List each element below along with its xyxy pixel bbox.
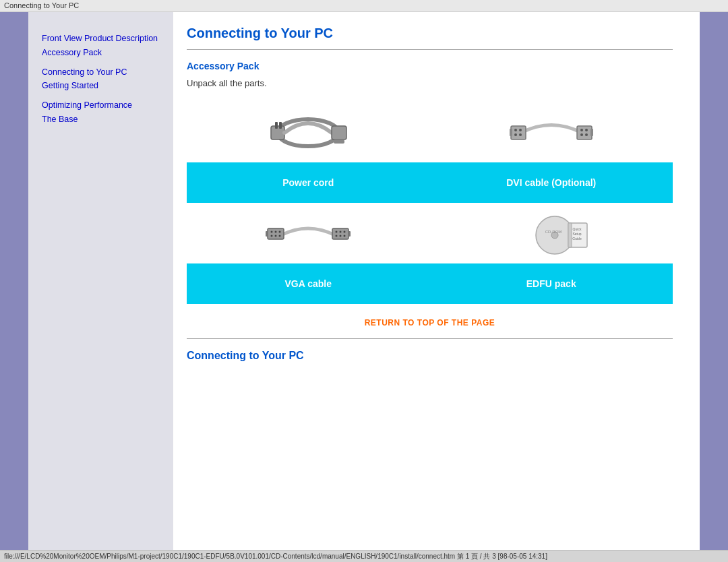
svg-point-8 <box>519 129 522 131</box>
svg-point-19 <box>271 230 273 232</box>
edfu-pack-image: CD-ROM Quick Setup Guide <box>501 203 602 263</box>
power-cord-image <box>257 102 359 162</box>
svg-rect-18 <box>268 228 284 239</box>
power-cord-icon <box>264 107 352 158</box>
vga-cable-label: VGA cable <box>187 263 430 304</box>
edfu-pack-label: EDFU pack <box>430 263 673 304</box>
left-decorative-panel <box>0 12 28 550</box>
accessory-cell-dvi: DVI cable (Optional) <box>430 102 673 203</box>
sidebar-item-optimizing[interactable]: Optimizing Performance <box>42 99 163 112</box>
svg-rect-5 <box>334 139 344 144</box>
svg-text:CD-ROM: CD-ROM <box>545 230 562 234</box>
sidebar-group-3: Optimizing Performance The Base <box>42 99 163 126</box>
svg-rect-17 <box>590 129 593 136</box>
svg-rect-25 <box>266 231 268 237</box>
svg-rect-3 <box>279 122 282 129</box>
svg-point-22 <box>271 235 273 237</box>
svg-point-9 <box>514 133 517 136</box>
dvi-cable-image <box>501 102 602 162</box>
svg-rect-6 <box>511 126 526 139</box>
dvi-cable-icon <box>508 107 595 158</box>
accessory-cell-vga: VGA cable <box>187 203 430 304</box>
top-divider <box>187 49 673 50</box>
svg-rect-38 <box>568 223 572 247</box>
svg-point-30 <box>336 235 338 237</box>
svg-point-13 <box>580 129 583 131</box>
svg-point-20 <box>275 230 277 232</box>
section-description: Unpack all the parts. <box>187 78 673 88</box>
sidebar-item-accessory-pack[interactable]: Accessory Pack <box>42 46 163 59</box>
svg-text:Guide: Guide <box>572 237 582 241</box>
sidebar: Front View Product Description Accessory… <box>28 12 173 550</box>
edfu-pack-icon: CD-ROM Quick Setup Guide <box>508 208 595 259</box>
svg-text:Setup: Setup <box>572 232 581 236</box>
svg-point-23 <box>275 235 277 237</box>
section-title-accessory: Accessory Pack <box>187 61 673 71</box>
accessory-cell-power-cord: Power cord <box>187 102 430 203</box>
right-decorative-panel <box>700 12 728 550</box>
svg-point-29 <box>344 230 346 232</box>
status-bar: file:///E/LCD%20Monitor%20OEM/Philips/M1… <box>0 550 728 562</box>
svg-point-24 <box>279 235 281 237</box>
accessory-grid: Power cord <box>187 102 673 304</box>
svg-point-27 <box>336 230 338 232</box>
svg-point-7 <box>514 129 517 131</box>
sidebar-item-getting-started[interactable]: Getting Started <box>42 80 163 92</box>
svg-rect-26 <box>332 228 348 239</box>
sidebar-group-1: Front View Product Description Accessory… <box>42 32 163 59</box>
title-bar-text: Connecting to Your PC <box>4 1 79 9</box>
svg-point-31 <box>340 235 342 237</box>
sidebar-item-front-view[interactable]: Front View Product Description <box>42 32 163 45</box>
dvi-cable-label: DVI cable (Optional) <box>430 162 673 203</box>
svg-point-28 <box>340 230 342 232</box>
svg-point-16 <box>585 133 588 136</box>
power-cord-label: Power cord <box>187 162 430 203</box>
title-bar: Connecting to Your PC <box>0 0 728 12</box>
page-title: Connecting to Your PC <box>187 26 673 41</box>
svg-rect-12 <box>577 126 592 139</box>
svg-point-32 <box>344 235 346 237</box>
svg-rect-4 <box>332 126 346 139</box>
sidebar-item-the-base[interactable]: The Base <box>42 113 163 126</box>
svg-point-10 <box>519 133 522 136</box>
sidebar-group-2: Connecting to Your PC Getting Started <box>42 66 163 93</box>
svg-rect-33 <box>348 231 351 237</box>
content-area: Connecting to Your PC Accessory Pack Unp… <box>173 12 700 550</box>
svg-point-14 <box>585 129 588 131</box>
accessory-cell-edfu: CD-ROM Quick Setup Guide EDFU pack <box>430 203 673 304</box>
sidebar-item-connecting[interactable]: Connecting to Your PC <box>42 66 163 79</box>
svg-point-15 <box>580 133 583 136</box>
return-to-top[interactable]: RETURN TO TOP OF THE PAGE <box>187 317 673 327</box>
svg-point-21 <box>279 230 281 232</box>
vga-cable-icon <box>264 208 352 259</box>
return-link[interactable]: RETURN TO TOP OF THE PAGE <box>365 318 495 327</box>
svg-text:Quick: Quick <box>572 227 581 231</box>
vga-cable-image <box>257 203 359 263</box>
svg-rect-11 <box>510 129 512 136</box>
status-bar-text: file:///E/LCD%20Monitor%20OEM/Philips/M1… <box>4 553 547 560</box>
svg-rect-2 <box>275 122 278 129</box>
content-inner: Connecting to Your PC Accessory Pack Unp… <box>173 12 700 550</box>
bottom-divider <box>187 338 673 339</box>
connecting-to-pc-title: Connecting to Your PC <box>187 350 673 362</box>
